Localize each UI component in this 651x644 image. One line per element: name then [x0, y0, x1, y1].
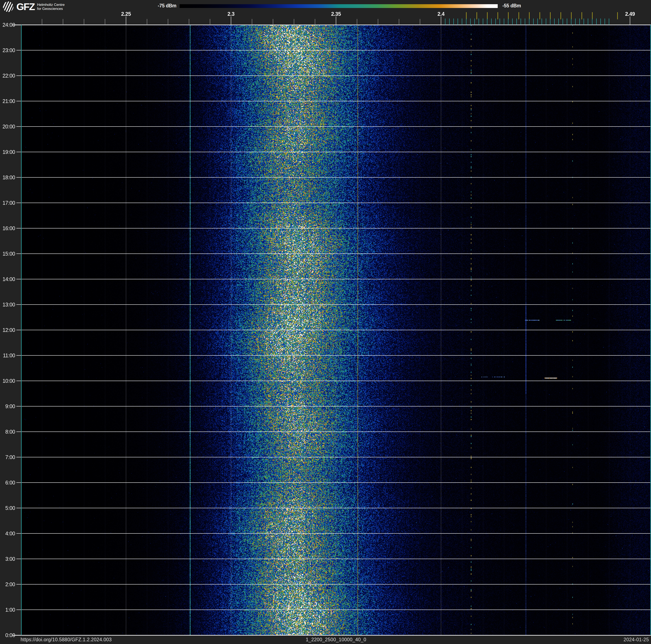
hour-label: 0:00	[0, 632, 15, 638]
brand-subtitle-line2: for Geosciences	[37, 7, 64, 11]
ble-channel-tick	[575, 19, 576, 25]
x-tick	[252, 19, 252, 25]
hour-label: 19:00	[0, 149, 15, 155]
hour-label: 7:00	[0, 454, 15, 460]
ble-channel-tick	[462, 19, 462, 25]
ble-channel-tick	[504, 19, 504, 25]
x-tick	[567, 19, 567, 25]
hour-label: 5:00	[0, 505, 15, 511]
hour-label: 8:00	[0, 429, 15, 435]
x-axis-label: 2.3	[227, 11, 235, 17]
x-tick	[294, 19, 294, 25]
ble-channel-tick	[491, 19, 492, 25]
ble-channel-tick	[588, 19, 588, 25]
hour-label: 13:00	[0, 301, 15, 308]
hour-label: 16:00	[0, 225, 15, 231]
ble-channel-tick	[546, 19, 546, 25]
x-tick	[168, 19, 168, 25]
colorbar	[180, 4, 498, 8]
x-axis-label: 2.35	[331, 11, 341, 17]
ble-channel-tick	[508, 19, 508, 25]
ble-channel-tick	[609, 19, 609, 25]
ble-channel-tick	[604, 19, 605, 25]
ble-channel-tick	[449, 19, 450, 25]
wifi-channel-tick	[497, 12, 498, 19]
hour-label: 17:00	[0, 200, 15, 206]
colorbar-min-label: -75 dBm	[147, 3, 177, 9]
ble-channel-tick	[470, 19, 471, 25]
x-tick	[525, 19, 525, 25]
hour-label: 11:00	[0, 352, 15, 358]
x-tick	[546, 19, 546, 25]
ble-channel-tick	[592, 19, 592, 25]
spectrogram-canvas	[21, 25, 651, 635]
wifi-channel-tick	[529, 12, 530, 19]
spectrogram-page: GFZ Helmholtz Centre for Geosciences -75…	[0, 0, 651, 644]
hour-label: 23:00	[0, 47, 15, 53]
ble-channel-tick	[558, 19, 559, 25]
x-tick-labeled	[231, 17, 231, 25]
hour-label: 15:00	[0, 251, 15, 257]
ble-channel-tick	[541, 19, 542, 25]
ble-channel-tick	[474, 19, 475, 25]
ble-channel-tick	[458, 19, 458, 25]
hour-label: 4:00	[0, 530, 15, 536]
ble-channel-tick	[466, 19, 466, 25]
x-tick	[63, 19, 63, 25]
hour-label: 1:00	[0, 607, 15, 613]
x-tick	[210, 19, 210, 25]
ble-channel-tick	[500, 19, 500, 25]
ble-channel-tick	[478, 19, 479, 25]
ble-channel-tick	[579, 19, 580, 25]
brand-name: GFZ	[17, 1, 34, 12]
ble-channel-tick	[550, 19, 550, 25]
colorbar-max-label: -55 dBm	[502, 3, 549, 9]
x-tick	[189, 19, 189, 25]
x-tick	[462, 19, 462, 25]
brand-subtitle-line1: Helmholtz Centre	[37, 3, 64, 7]
x-tick-labeled	[336, 17, 336, 25]
brand-subtitle: Helmholtz Centre for Geosciences	[37, 3, 64, 11]
ble-channel-tick	[483, 19, 483, 25]
x-tick	[483, 19, 483, 25]
wifi-channel-tick	[539, 12, 540, 19]
x-tick	[84, 19, 84, 25]
ble-channel-tick	[525, 19, 525, 25]
ble-channel-tick	[521, 19, 521, 25]
ble-channel-tick	[529, 19, 529, 25]
x-tick-labeled	[630, 17, 630, 25]
hour-label: 18:00	[0, 174, 15, 180]
hour-label: 2:00	[0, 581, 15, 587]
gfz-globe-icon	[3, 1, 13, 12]
ble-channel-tick	[600, 19, 601, 25]
ble-channel-tick	[567, 19, 567, 25]
ble-channel-tick	[554, 19, 555, 25]
wifi-channel-tick	[571, 12, 571, 19]
ble-channel-tick	[512, 19, 513, 25]
wifi-channel-tick	[617, 12, 618, 19]
x-tick	[147, 19, 147, 25]
hour-label: 6:00	[0, 479, 15, 486]
ble-channel-tick	[445, 19, 445, 25]
hour-label: 3:00	[0, 556, 15, 562]
ble-channel-tick	[563, 19, 563, 25]
x-axis-label: 2.4	[437, 11, 444, 17]
x-tick	[315, 19, 315, 25]
gfz-logo: GFZ Helmholtz Centre for Geosciences	[3, 1, 65, 12]
hour-label: 22:00	[0, 72, 15, 79]
ble-channel-tick	[487, 19, 488, 25]
wifi-channel-tick	[560, 12, 561, 19]
hour-label: 20:00	[0, 123, 15, 130]
ble-channel-tick	[584, 19, 584, 25]
x-tick	[588, 19, 588, 25]
hour-label: 24:00	[0, 22, 15, 28]
ble-channel-tick	[495, 19, 496, 25]
wifi-channel-tick	[592, 12, 593, 19]
hour-label: 21:00	[0, 98, 15, 104]
x-tick	[399, 19, 399, 25]
wifi-channel-tick	[582, 12, 582, 19]
x-tick	[504, 19, 504, 25]
ble-channel-tick	[571, 19, 571, 25]
x-tick	[420, 19, 420, 25]
x-tick	[273, 19, 273, 25]
